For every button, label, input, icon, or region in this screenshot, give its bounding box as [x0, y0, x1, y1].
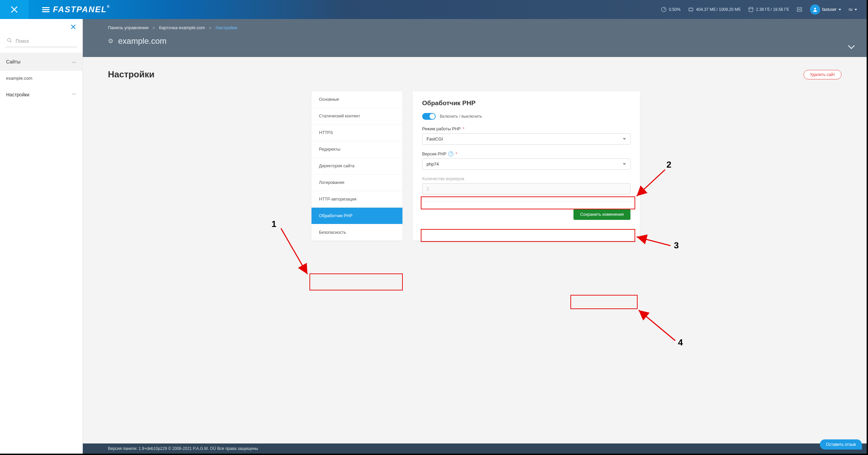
svg-point-6 — [7, 38, 11, 41]
close-button[interactable] — [0, 0, 29, 19]
svg-point-5 — [814, 8, 816, 10]
chevron-down-icon — [623, 138, 626, 140]
mode-label: Режим работы PHP — [422, 127, 461, 131]
required-asterisk: * — [463, 127, 465, 131]
servers-button[interactable] — [796, 6, 803, 13]
annotation-number-1: 1 — [271, 219, 276, 229]
save-button[interactable]: Сохранить изменения — [573, 209, 630, 220]
tab-general[interactable]: Основные — [312, 91, 402, 108]
breadcrumb-separator: » — [209, 25, 211, 30]
tab-http-auth[interactable]: HTTP-авторизация — [312, 191, 402, 208]
tab-security[interactable]: Безопасность — [312, 224, 402, 241]
disk-value: 2.38 Гб / 19.56 Гб — [756, 7, 789, 12]
sidebar-search[interactable] — [5, 36, 77, 47]
tab-label: Логирование — [319, 180, 344, 185]
user-menu[interactable]: fastuser — [810, 4, 842, 15]
breadcrumb-item[interactable]: Карточка example.com — [159, 25, 205, 30]
search-input[interactable] — [16, 38, 76, 44]
memory-value: 404.37 Мб / 1009.20 Мб — [696, 7, 740, 12]
chevron-down-icon — [854, 9, 857, 11]
tab-label: Редиректы — [319, 147, 340, 152]
enable-toggle[interactable] — [422, 113, 436, 120]
breadcrumb-current: Настройки — [215, 25, 237, 30]
logo-bars-icon — [42, 7, 50, 12]
chevron-down-icon — [623, 163, 626, 165]
breadcrumb-item[interactable]: Панель управления — [108, 25, 148, 30]
expand-toggle[interactable] — [848, 43, 855, 52]
close-icon — [10, 5, 19, 14]
php-version-select[interactable]: php74 — [422, 158, 630, 170]
cpu-value: 0.50% — [669, 7, 680, 12]
logo[interactable]: FASTPANEL® — [42, 5, 110, 14]
logo-reg-icon: ® — [107, 5, 110, 8]
sidebar-group-label: Сайты — [6, 59, 20, 64]
tab-label: HTTPS — [319, 130, 333, 135]
chevron-down-icon — [848, 45, 855, 50]
footer-text: Версия панели: 1.9+deb10p229 © 2006-2021… — [108, 446, 258, 451]
username: fastuser — [822, 7, 837, 12]
toggle-label: Включить / выключить — [440, 114, 482, 119]
required-asterisk: * — [455, 152, 457, 156]
database-icon — [748, 6, 754, 13]
tab-https[interactable]: HTTPS — [312, 125, 402, 141]
annotation-number-4: 4 — [678, 337, 683, 348]
workers-input: 2 — [422, 183, 630, 194]
php-handler-form: Обработчик PHP Включить / выключить Режи… — [413, 91, 640, 241]
memory-icon — [688, 6, 694, 13]
avatar-icon — [810, 4, 820, 15]
php-version-value: php74 — [427, 162, 439, 167]
svg-rect-1 — [689, 8, 693, 11]
tab-label: Директория сайта — [319, 164, 354, 168]
footer: Версия панели: 1.9+deb10p229 © 2006-2021… — [83, 443, 867, 454]
sidebar-group-settings[interactable]: Настройки ﹀ — [0, 86, 82, 104]
svg-rect-3 — [797, 7, 802, 9]
chevron-up-icon: ︿ — [72, 59, 76, 65]
chevron-down-icon — [838, 9, 841, 11]
sidebar-item-label: example.com — [6, 76, 32, 81]
memory-stat[interactable]: 404.37 Мб / 1009.20 Мб — [688, 6, 740, 13]
tab-label: Обработчик PHP — [319, 213, 353, 218]
annotation-box-2 — [421, 196, 635, 209]
search-icon — [7, 38, 12, 44]
tab-redirects[interactable]: Редиректы — [312, 141, 402, 158]
page-title: Настройки — [108, 69, 154, 80]
language-value: ru — [849, 7, 852, 12]
annotation-number-2: 2 — [666, 159, 671, 170]
servers-icon — [796, 6, 803, 13]
gear-icon: ⚙ — [108, 37, 113, 45]
gauge-icon — [661, 6, 667, 13]
help-icon[interactable]: ? — [448, 151, 453, 156]
tab-label: Основные — [319, 97, 339, 102]
logo-text: FASTPANEL — [53, 5, 107, 14]
tab-directory[interactable]: Директория сайта — [312, 158, 402, 174]
tab-label: Статический контент — [319, 114, 360, 118]
breadcrumb-separator: » — [152, 25, 155, 30]
php-mode-value: FastCGI — [427, 136, 443, 141]
workers-value: 2 — [427, 186, 429, 191]
annotation-number-3: 3 — [674, 240, 679, 251]
close-icon — [70, 24, 76, 30]
svg-point-2 — [749, 7, 753, 9]
feedback-button[interactable]: Оставить отзыв — [820, 439, 862, 450]
annotation-box-1 — [309, 273, 403, 290]
workers-label: Количество воркеров — [422, 176, 464, 181]
delete-site-button[interactable]: Удалить сайт — [804, 70, 842, 79]
tab-static[interactable]: Статический контент — [312, 108, 402, 125]
php-mode-select[interactable]: FastCGI — [422, 133, 630, 145]
site-title: example.com — [118, 36, 167, 46]
language-menu[interactable]: ru — [849, 7, 857, 12]
tab-logging[interactable]: Логирование — [312, 174, 402, 191]
cpu-stat[interactable]: 0.50% — [661, 6, 680, 13]
svg-rect-4 — [797, 10, 802, 12]
sidebar-collapse-button[interactable] — [70, 24, 76, 32]
annotation-box-3 — [421, 229, 635, 242]
sidebar-group-sites[interactable]: Сайты ︿ — [0, 53, 82, 71]
sidebar-item-site[interactable]: example.com — [0, 71, 82, 86]
version-label: Версия PHP — [422, 152, 446, 156]
settings-tabs: Основные Статический контент HTTPS Редир… — [312, 91, 402, 241]
disk-stat[interactable]: 2.38 Гб / 19.56 Гб — [748, 6, 789, 13]
form-heading: Обработчик PHP — [422, 99, 630, 107]
chevron-down-icon: ﹀ — [72, 92, 76, 98]
tab-label: HTTP-авторизация — [319, 197, 356, 202]
tab-php-handler[interactable]: Обработчик PHP — [312, 208, 402, 224]
